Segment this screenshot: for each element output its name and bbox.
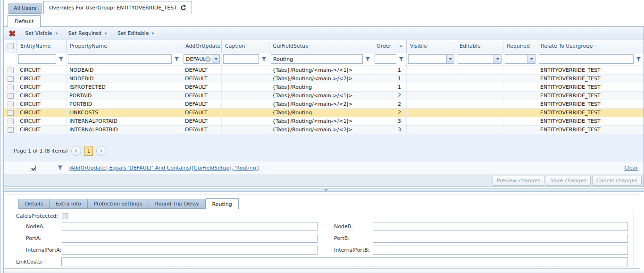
filter-combo-visible[interactable]: [408, 54, 454, 64]
column-header-propertyname[interactable]: PropertyName: [67, 40, 182, 52]
row-checkbox[interactable]: [8, 127, 14, 133]
filter-input-relate[interactable]: [539, 54, 634, 64]
dropdown-button[interactable]: [527, 55, 535, 63]
row-checkbox[interactable]: [8, 85, 14, 90]
bottom-splitter[interactable]: [4, 271, 644, 273]
pager-prev-button[interactable]: [71, 146, 81, 156]
refresh-icon[interactable]: [180, 5, 186, 11]
column-header-caption[interactable]: Caption: [222, 40, 269, 52]
porta-field[interactable]: [62, 234, 318, 243]
tab-details[interactable]: Details: [18, 199, 50, 209]
dropdown-button[interactable]: [212, 55, 219, 63]
filter-funnel-icon[interactable]: [58, 55, 65, 63]
row-checkbox[interactable]: [8, 119, 14, 124]
filter-enabled-checkbox[interactable]: [30, 165, 36, 171]
chevron-right-icon: [99, 149, 103, 153]
filter-cell-entityname: [17, 52, 67, 66]
dropdown-button[interactable]: [493, 55, 501, 63]
filter-combo-editable[interactable]: [458, 54, 502, 64]
filter-clear-link[interactable]: Clear: [624, 165, 638, 171]
clear-selection-icon[interactable]: [9, 30, 16, 37]
table-row[interactable]: CIRCUIT PORTAID DEFAULT {Tabs}/Routing/<…: [4, 92, 644, 100]
portb-label: PortB:: [334, 235, 373, 241]
filter-funnel-icon[interactable]: [398, 55, 405, 63]
set-visible-menu[interactable]: Set Visible: [21, 28, 62, 38]
tab-overrides-usergroup[interactable]: Overrides For UserGroup: ENTITYOVERRIDE_…: [43, 1, 192, 14]
dropdown-button[interactable]: [446, 55, 454, 63]
screen: All Users Overrides For UserGroup: ENTIT…: [0, 0, 644, 273]
column-header-required[interactable]: Required: [503, 40, 537, 52]
table-row[interactable]: CIRCUIT INTERNALPORTAID DEFAULT {Tabs}/R…: [4, 117, 644, 126]
horizontal-splitter[interactable]: [4, 188, 644, 192]
pager-next-button[interactable]: [96, 146, 106, 156]
filter-input-caption[interactable]: [223, 54, 259, 64]
save-changes-button[interactable]: Save changes: [546, 176, 591, 186]
set-required-menu[interactable]: Set Required: [65, 28, 111, 38]
sort-ascending-icon: [399, 45, 403, 47]
filter-input-propertyname[interactable]: [68, 54, 172, 64]
table-row[interactable]: CIRCUIT PORTBID DEFAULT {Tabs}/Routing/<…: [4, 100, 644, 109]
linkcosts-label: LinkCosts:: [16, 259, 61, 265]
linkcosts-field[interactable]: [61, 257, 628, 266]
set-editable-label: Set Editable: [117, 30, 149, 36]
column-header-relate-to-usergroup[interactable]: Relate To Usergroup: [537, 40, 644, 52]
tab-all-users[interactable]: All Users: [8, 3, 42, 14]
tab-default-label: Default: [15, 18, 33, 25]
calcisprotected-checkbox[interactable]: [62, 213, 68, 219]
column-header-visible[interactable]: Visible: [407, 40, 456, 52]
column-header-addorupdate[interactable]: AddOrUpdate: [182, 40, 222, 52]
table-row[interactable]: CIRCUIT INTERNALPORTBID DEFAULT {Tabs}/R…: [4, 126, 644, 134]
form-column-left: NodeA: PortA: InternalPortA:: [13, 221, 322, 256]
set-required-label: Set Required: [68, 30, 102, 36]
table-row[interactable]: CIRCUIT NODEBID DEFAULT {Tabs}/Routing/<…: [4, 75, 644, 83]
filter-combo-addorupdate[interactable]: DEFAULT ×: [184, 54, 220, 64]
column-header-editable[interactable]: Editable: [456, 40, 503, 52]
filter-expression-link[interactable]: [AddOrUpdate] Equals 'DEFAULT' And Conta…: [68, 165, 259, 171]
row-checkbox[interactable]: [8, 102, 14, 107]
clear-value-icon[interactable]: ×: [205, 56, 211, 62]
row-checkbox[interactable]: [8, 110, 14, 116]
set-editable-menu[interactable]: Set Editable: [114, 28, 158, 38]
filter-funnel-icon[interactable]: [173, 55, 180, 63]
select-all-header-cell[interactable]: [4, 40, 17, 52]
table-row[interactable]: CIRCUIT ISPROTECTED DEFAULT {Tabs}/Routi…: [4, 83, 644, 92]
pager-page-1[interactable]: 1: [84, 146, 93, 156]
internalportb-field[interactable]: [373, 246, 628, 255]
filter-funnel-icon[interactable]: [364, 55, 371, 63]
table-row[interactable]: CIRCUIT NODEAID DEFAULT {Tabs}/Routing/<…: [4, 66, 644, 75]
row-checkbox[interactable]: [8, 76, 14, 82]
chevron-down-icon: [151, 33, 154, 34]
select-all-checkbox[interactable]: [8, 43, 14, 49]
nodea-field[interactable]: [62, 222, 318, 231]
filter-funnel-icon[interactable]: [635, 55, 642, 63]
tab-default[interactable]: Default: [8, 15, 41, 27]
column-header-entityname[interactable]: EntityName: [17, 40, 67, 52]
portb-field[interactable]: [373, 234, 628, 243]
preview-changes-button[interactable]: Preview changes: [493, 176, 545, 186]
filter-cell-propertyname: [67, 52, 182, 66]
column-header-order[interactable]: Order: [373, 40, 407, 52]
tab-protection-settings[interactable]: Protection settings: [88, 199, 149, 209]
nodeb-field[interactable]: [373, 222, 628, 231]
internalporta-field[interactable]: [62, 246, 318, 255]
tab-round-trip-delay[interactable]: Round Trip Delay: [149, 199, 206, 209]
form-column-right: NodeB: PortB: InternalPortB:: [322, 221, 634, 256]
chevron-left-icon: [74, 149, 78, 153]
filter-funnel-icon[interactable]: [260, 55, 268, 63]
row-checkbox[interactable]: [8, 68, 14, 73]
filter-input-guifieldsetup[interactable]: [271, 54, 363, 64]
splitter-collapse-icon[interactable]: [324, 189, 328, 191]
porta-row: PortA:: [13, 232, 322, 244]
tab-routing[interactable]: Routing: [206, 198, 239, 209]
filter-combo-required[interactable]: [505, 54, 535, 64]
filter-input-entityname[interactable]: [18, 54, 56, 64]
default-tabstrip: Default: [4, 14, 644, 26]
table-row-selected[interactable]: CIRCUIT LINKCOSTS DEFAULT {Tabs}/Routing…: [4, 109, 644, 117]
overrides-grid-panel: Set Visible Set Required Set Editable En…: [4, 26, 644, 187]
row-checkbox[interactable]: [8, 93, 14, 99]
column-header-guifieldsetup[interactable]: GuiFieldSetup: [269, 40, 373, 52]
tab-extra-info[interactable]: Extra Info: [50, 199, 87, 209]
filter-input-order[interactable]: [375, 54, 396, 64]
cancel-changes-button[interactable]: Cancel changes: [592, 176, 642, 186]
left-collapsed-splitter[interactable]: [0, 0, 4, 273]
